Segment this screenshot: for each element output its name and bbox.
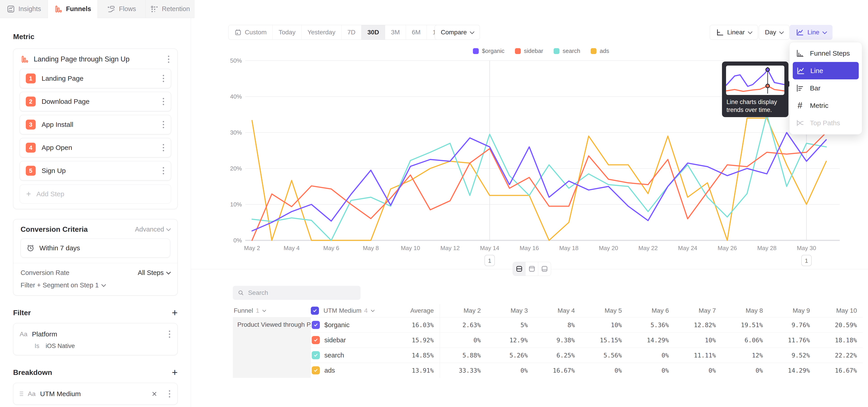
linear-scale-icon (716, 29, 723, 36)
funnel-step-2[interactable]: 2 Download Page (20, 92, 171, 111)
y-tick-label: 0% (233, 237, 242, 244)
breakdown-property[interactable]: UTM Medium (40, 390, 147, 398)
filter-value[interactable]: iOS Native (46, 343, 75, 350)
funnel-step-1[interactable]: 1 Landing Page (20, 69, 171, 88)
series-checkbox[interactable] (312, 351, 320, 359)
filter-menu-button[interactable] (168, 329, 171, 339)
step-number-badge: 1 (26, 73, 36, 84)
y-tick-label: 10% (230, 201, 242, 208)
scale-dropdown[interactable]: Linear (710, 25, 758, 40)
x-tick-label: May 4 (284, 245, 300, 251)
step-number-badge: 5 (26, 166, 36, 176)
add-step-button[interactable]: + Add Step (20, 185, 171, 204)
filter-property[interactable]: Platform (32, 330, 163, 338)
funnel-step-5[interactable]: 5 Sign Up (20, 161, 171, 181)
range-6m[interactable]: 6M (406, 25, 427, 39)
day-value: 0% (487, 363, 534, 378)
tab-retention[interactable]: Retention (146, 0, 194, 18)
tab-insights[interactable]: Insights (0, 0, 48, 18)
day-value: 8% (534, 317, 581, 333)
layout-split-horizontal-button[interactable] (513, 262, 526, 276)
series-checkbox[interactable] (311, 307, 319, 315)
day-value: 9.52% (769, 347, 816, 363)
layout-top-panel-button[interactable] (526, 262, 538, 276)
menu-item-funnel-steps[interactable]: Funnel Steps (789, 44, 862, 62)
day-column-header: May 6 (628, 304, 675, 317)
range-yesterday[interactable]: Yesterday (302, 25, 342, 39)
breakdown-menu-button[interactable] (168, 388, 171, 399)
step-menu-button[interactable] (162, 143, 165, 153)
range-today[interactable]: Today (273, 25, 302, 39)
remove-breakdown-icon[interactable] (151, 391, 158, 397)
menu-item-line[interactable]: Line (793, 62, 859, 80)
insights-icon (7, 5, 15, 13)
menu-item-metric[interactable]: # Metric (789, 97, 862, 114)
menu-item-top-paths: Top Paths (789, 114, 862, 132)
day-value: 22.22% (816, 347, 863, 363)
day-column-header: May 9 (769, 304, 816, 317)
x-tick-label: May 20 (599, 245, 618, 251)
x-tick-label: May 30 (797, 245, 816, 251)
funnel-name-cell[interactable]: Product Viewed through P... (233, 317, 311, 378)
day-column-header: May 2 (440, 304, 487, 317)
series-checkbox[interactable] (312, 336, 320, 344)
tab-flows[interactable]: Flows (98, 0, 146, 18)
metric-title-row[interactable]: Landing Page through Sign Up (20, 54, 171, 64)
day-value: 0% (628, 363, 675, 378)
step-menu-button[interactable] (162, 119, 165, 130)
day-value: 5.36% (628, 317, 675, 333)
range-custom[interactable]: Custom (228, 25, 273, 39)
range-30d[interactable]: 30D (362, 25, 385, 39)
step-menu-button[interactable] (162, 73, 165, 84)
metric-menu-button[interactable] (167, 54, 170, 65)
add-breakdown-button[interactable]: + (172, 368, 178, 377)
step-menu-button[interactable] (162, 96, 165, 107)
x-tick-label: May 8 (363, 245, 379, 251)
chart-type-menu: Funnel Steps Line Bar # Metric Top Paths (789, 42, 862, 134)
drag-handle-icon[interactable] (20, 392, 23, 396)
annotation-count: 1 (488, 257, 491, 264)
funnel-step-4[interactable]: 4 App Open (20, 138, 171, 157)
step-menu-button[interactable] (162, 165, 165, 176)
menu-item-bar[interactable]: Bar (789, 80, 862, 97)
x-tick-label: May 22 (638, 245, 657, 251)
day-value: 33.33% (440, 363, 487, 378)
funnel-step-3[interactable]: 3 App Install (20, 115, 171, 134)
breakdown-column-header[interactable]: UTM Medium4 (311, 304, 393, 317)
series-row-label-organic[interactable]: $organic (311, 317, 393, 333)
conversion-window-button[interactable]: Within 7 days (21, 239, 170, 257)
tooltip-preview-chart (726, 66, 784, 95)
add-filter-button[interactable]: + (172, 308, 178, 318)
day-value: 12% (722, 347, 769, 363)
breakdown-section-title: Breakdown (13, 368, 52, 377)
series-checkbox[interactable] (312, 366, 320, 374)
layout-bottom-panel-button[interactable] (538, 262, 551, 276)
advanced-dropdown[interactable]: Advanced (135, 226, 170, 233)
day-value: 5.88% (440, 347, 487, 363)
chevron-down-icon (101, 282, 106, 287)
compare-button[interactable]: Compare (435, 25, 480, 40)
all-steps-dropdown[interactable]: All Steps (138, 269, 170, 277)
series-row-label-sidebar[interactable]: sidebar (311, 333, 393, 347)
series-row-label-search[interactable]: search (311, 347, 393, 363)
string-type-icon: Aa (28, 390, 35, 398)
filter-operator[interactable]: Is (35, 343, 39, 350)
series-checkbox[interactable] (312, 321, 320, 329)
tab-funnels[interactable]: Funnels (48, 0, 98, 18)
range-3m[interactable]: 3M (385, 25, 406, 39)
range-7d[interactable]: 7D (342, 25, 362, 39)
day-value: 20.59% (816, 317, 863, 333)
filter-segment-dropdown[interactable]: Filter + Segment on Step 1 (21, 282, 170, 289)
granularity-dropdown[interactable]: Day (759, 25, 789, 40)
day-value: 5.26% (487, 347, 534, 363)
metric-section-title: Metric (13, 33, 34, 41)
filter-section-title: Filter (13, 309, 31, 317)
chart-type-dropdown-button[interactable]: Line (789, 25, 833, 40)
funnel-column-header[interactable]: Funnel1 (233, 304, 311, 317)
metric-title: Landing Page through Sign Up (34, 55, 162, 63)
series-row-label-ads[interactable]: ads (311, 363, 393, 378)
average-value: 16.03% (393, 317, 440, 333)
day-value: 2.63% (440, 317, 487, 333)
x-tick-label: May 18 (559, 245, 579, 251)
search-input[interactable] (248, 289, 355, 296)
